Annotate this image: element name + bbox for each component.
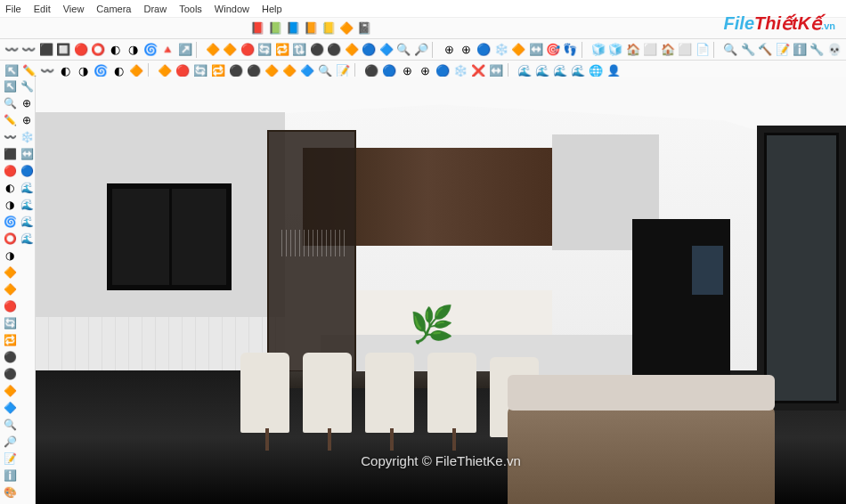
side-tool-11[interactable]: 🔶 <box>2 264 18 280</box>
arc-icon[interactable]: ◐ <box>108 42 123 58</box>
menu-file[interactable]: File <box>5 4 21 14</box>
search-icon[interactable]: 🔍 <box>722 42 737 58</box>
square-icon[interactable]: ⬛ <box>38 42 53 58</box>
side-tool-4[interactable]: ⬛ <box>2 146 18 162</box>
side-tool-6[interactable]: ◐ <box>2 180 18 196</box>
side-tool-8[interactable]: 🌀 <box>2 214 18 230</box>
logo: FileThiếtKế.vn <box>724 12 835 34</box>
menu-edit[interactable]: Edit <box>34 4 51 14</box>
side-tool-5[interactable]: 🔴 <box>2 163 18 179</box>
zoom-icon[interactable]: 🔎 <box>413 42 428 58</box>
triangle-icon[interactable]: 🔺 <box>159 42 175 58</box>
arrows-icon[interactable]: ↔️ <box>528 42 543 58</box>
diamond-icon[interactable]: 🔶 <box>344 42 359 58</box>
side-tool-27[interactable]: ⊕ <box>19 112 35 128</box>
side-tool-12[interactable]: 🔶 <box>2 281 18 297</box>
move-icon[interactable]: 🔶 <box>223 42 238 58</box>
spiral-icon[interactable]: 🌀 <box>142 42 158 58</box>
info-icon[interactable]: ℹ️ <box>792 42 807 58</box>
house-icon[interactable]: 🏠 <box>625 42 640 58</box>
diamond-icon[interactable]: 🔷 <box>378 42 394 58</box>
side-tool-18[interactable]: 🔶 <box>2 383 18 399</box>
book-icon[interactable]: 📓 <box>356 20 372 37</box>
side-tool-20[interactable]: 🔍 <box>2 417 18 433</box>
side-tool-15[interactable]: 🔁 <box>2 332 18 348</box>
side-tool-0[interactable]: ↖️ <box>2 78 18 94</box>
chair <box>427 353 476 433</box>
ring-icon[interactable]: ⭕ <box>90 42 105 58</box>
note-icon[interactable]: 📝 <box>775 42 790 58</box>
diamond-icon[interactable]: 🔶 <box>338 20 354 37</box>
side-tool-25[interactable]: 🔧 <box>19 78 35 94</box>
hammer-icon[interactable]: 🔨 <box>757 42 772 58</box>
rotate-icon[interactable]: 🔃 <box>292 42 307 58</box>
menu-tools[interactable]: Tools <box>179 4 202 14</box>
arc-icon[interactable]: ◑ <box>125 42 140 58</box>
cube-icon[interactable]: 🧊 <box>608 42 623 58</box>
side-tool-17[interactable]: ⚫ <box>2 366 18 382</box>
book-icon[interactable]: 📘 <box>285 20 301 37</box>
menu-window[interactable]: Window <box>215 4 249 14</box>
side-tool-32[interactable]: 🌊 <box>19 197 35 213</box>
dot-icon[interactable]: 🔴 <box>240 42 255 58</box>
move-icon[interactable]: 🔶 <box>205 42 220 58</box>
footprint-icon[interactable]: 👣 <box>563 42 578 58</box>
skull-icon[interactable]: 💀 <box>826 42 842 58</box>
wave-icon[interactable]: 〰️ <box>4 42 19 58</box>
plus-icon[interactable]: ⊕ <box>441 42 456 58</box>
page-icon[interactable]: 📄 <box>695 42 710 58</box>
side-tool-7[interactable]: ◑ <box>2 197 18 213</box>
side-tool-26[interactable]: ⊕ <box>19 95 35 111</box>
side-tool-21[interactable]: 🔎 <box>2 434 18 450</box>
cube-icon[interactable]: 🧊 <box>590 42 606 58</box>
side-tool-31[interactable]: 🌊 <box>19 180 35 196</box>
side-tool-19[interactable]: 🔷 <box>2 400 18 416</box>
arrow-icon[interactable]: ↗️ <box>177 42 192 58</box>
side-tool-34[interactable]: 🌊 <box>19 231 35 247</box>
rotate-icon[interactable]: 🔁 <box>274 42 289 58</box>
viewport-3d[interactable]: Front Right Perspective <box>36 77 846 504</box>
square-icon[interactable]: ⬜ <box>678 42 693 58</box>
side-tool-3[interactable]: 〰️ <box>2 129 18 145</box>
side-tool-13[interactable]: 🔴 <box>2 298 18 314</box>
menu-bar: File Edit View Camera Draw Tools Window … <box>0 0 846 18</box>
blue-icon[interactable]: 🔵 <box>476 42 491 58</box>
side-tool-23[interactable]: ℹ️ <box>2 467 18 484</box>
target-icon[interactable]: 🎯 <box>545 42 560 58</box>
menu-draw[interactable]: Draw <box>143 4 167 14</box>
side-tool-29[interactable]: ↔️ <box>19 146 35 162</box>
side-tool-22[interactable]: 📝 <box>2 451 18 467</box>
plus-icon[interactable]: ⊕ <box>459 42 474 58</box>
menu-camera[interactable]: Camera <box>96 4 131 14</box>
side-tool-33[interactable]: 🌊 <box>19 214 35 230</box>
rect-icon[interactable]: 🔲 <box>55 42 70 58</box>
square-icon[interactable]: ⬜ <box>643 42 658 58</box>
wrench-icon[interactable]: 🔧 <box>809 42 825 58</box>
menu-view[interactable]: View <box>63 4 85 14</box>
side-tool-10[interactable]: ◑ <box>2 248 18 264</box>
side-tool-30[interactable]: 🔵 <box>19 163 35 179</box>
wave-icon[interactable]: 〰️ <box>20 42 36 58</box>
dot-icon[interactable]: ⚫ <box>309 42 324 58</box>
side-tool-16[interactable]: ⚫ <box>2 349 18 365</box>
book-icon[interactable]: 📗 <box>267 20 283 37</box>
zoom-icon[interactable]: 🔍 <box>396 42 411 58</box>
blue-icon[interactable]: 🔵 <box>362 42 377 58</box>
wrench-icon[interactable]: 🔧 <box>740 42 755 58</box>
side-tool-1[interactable]: 🔍 <box>2 95 18 111</box>
dot-icon[interactable]: ⚫ <box>327 42 342 58</box>
side-tool-28[interactable]: ❄️ <box>19 129 35 145</box>
side-tool-2[interactable]: ✏️ <box>2 112 18 128</box>
book-icon[interactable]: 📒 <box>321 20 337 37</box>
diamond-icon[interactable]: 🔶 <box>510 42 525 58</box>
rotate-icon[interactable]: 🔄 <box>257 42 273 58</box>
book-icon[interactable]: 📕 <box>249 20 265 37</box>
side-tool-14[interactable]: 🔄 <box>2 315 18 331</box>
circle-icon[interactable]: 🔴 <box>73 42 88 58</box>
house-icon[interactable]: 🏠 <box>660 42 675 58</box>
menu-help[interactable]: Help <box>262 4 282 14</box>
side-tool-9[interactable]: ⭕ <box>2 231 18 247</box>
book-icon[interactable]: 📙 <box>303 20 319 37</box>
side-tool-24[interactable]: 🎨 <box>2 484 18 500</box>
snow-icon[interactable]: ❄️ <box>493 42 508 58</box>
